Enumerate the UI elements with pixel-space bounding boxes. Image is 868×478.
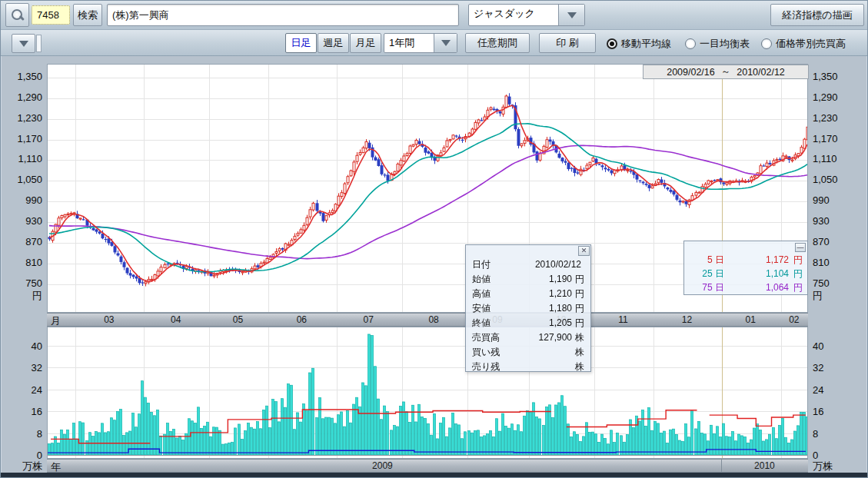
minimize-icon[interactable]: — (795, 243, 806, 252)
month-axis-bar: 月 030405060708091011120102 (47, 313, 808, 327)
toolbar-top: 7458 検索 (株)第一興商 ジャスダック 経済指標の描画 (1, 1, 868, 30)
month-tick-label: 03 (98, 314, 121, 325)
price-tick-label: 750 (813, 277, 859, 290)
price-tick-label: 870 (1, 236, 42, 248)
price-tick-label: 1,110 (1, 153, 42, 165)
price-tick-label: 1,290 (813, 91, 859, 104)
legend-label: 5 日 (689, 253, 724, 267)
radio-moving-average[interactable]: 移動平均線 (607, 37, 671, 51)
custom-period-button[interactable]: 任意期間 (465, 33, 530, 53)
date-from: 2009/02/16 (667, 67, 715, 78)
tooltip-value: 127,900 (514, 330, 572, 345)
month-tick-label: 04 (165, 314, 188, 325)
price-tick-label: 930 (1, 215, 42, 227)
volume-unit-label: 万株 (1, 460, 42, 473)
range-select[interactable]: 1年間 (384, 33, 457, 53)
tooltip-unit: 円 (572, 301, 584, 316)
market-select[interactable]: ジャスダック (468, 4, 585, 26)
search-button[interactable]: 検索 (73, 4, 102, 26)
legend-label: 25 日 (689, 267, 724, 280)
tooltip-row-low: 安値 1,180 円 (472, 301, 584, 316)
price-tick-label: 1,050 (813, 174, 859, 186)
price-tick-label: 1,350 (1, 71, 42, 83)
tab-monthly[interactable]: 月足 (350, 33, 381, 53)
radio-ichimoku[interactable]: 一目均衡表 (685, 37, 750, 51)
tooltip-value (514, 360, 572, 374)
tooltip-row-volume: 売買高 127,900 株 (472, 330, 584, 345)
tooltip-row-high: 高値 1,210 円 (472, 287, 584, 301)
radio-moving-average-label: 移動平均線 (621, 37, 671, 51)
volume-tick-label: 32 (1, 362, 42, 374)
tooltip-value: 1,205 (514, 316, 572, 330)
economic-indicator-button[interactable]: 経済指標の描画 (770, 4, 864, 26)
range-select-arrow-button[interactable] (434, 34, 457, 52)
quote-tooltip: ✕ 日付 2010/02/12 始値 1,190 円 高値 1,210 円 安値… (465, 244, 591, 372)
legend-value: 1,172 (724, 253, 789, 267)
toolbar-second: 日足 週足 月足 1年間 任意期間 印 刷 移動平均線 一目均衡表 価格帯別売買… (1, 30, 868, 56)
date-range-display: 2009/02/16 ～ 2010/02/12 (643, 65, 809, 79)
tooltip-row-date: 日付 2010/02/12 (472, 257, 584, 272)
price-tick-label: 1,170 (1, 133, 42, 145)
print-button[interactable]: 印 刷 (539, 33, 596, 53)
price-tick-label: 990 (1, 194, 42, 207)
stock-code-input[interactable]: 7458 (32, 5, 70, 25)
tooltip-unit: 円 (572, 316, 584, 330)
price-tick-label: 1,230 (813, 112, 859, 124)
tab-weekly[interactable]: 週足 (318, 33, 349, 53)
tooltip-row-open: 始値 1,190 円 (472, 272, 584, 287)
tooltip-unit (581, 257, 584, 272)
month-tick-label: 02 (783, 314, 806, 325)
price-tick-label: 1,290 (1, 91, 42, 104)
tooltip-label: 高値 (472, 287, 514, 301)
close-icon[interactable]: ✕ (578, 246, 590, 256)
chevron-down-icon (19, 41, 28, 47)
legend-row-ma5: 5 日 1,172 円 (689, 253, 803, 267)
radio-price-band[interactable]: 価格帯別売買高 (761, 37, 846, 51)
symbol-search-button[interactable] (5, 3, 29, 27)
month-tick-label: 12 (675, 314, 698, 325)
stock-name-field[interactable]: (株)第一興商 (107, 4, 459, 26)
panel-splitter-handle[interactable] (36, 35, 42, 52)
radio-unselected-icon (761, 38, 772, 49)
tooltip-label: 買い残 (472, 345, 514, 360)
tooltip-row-margin-sell: 売り残 株 (472, 360, 584, 374)
volume-chart-canvas[interactable] (48, 327, 807, 458)
volume-plot-area[interactable] (47, 327, 808, 459)
price-tick-label: 870 (813, 236, 859, 248)
tooltip-unit: 株 (572, 345, 584, 360)
market-select-arrow-button[interactable] (558, 5, 584, 25)
tooltip-value: 1,210 (514, 287, 572, 301)
month-tick-label: 11 (612, 314, 635, 325)
month-tick-label: 01 (739, 314, 762, 325)
radio-price-band-label: 価格帯別売買高 (776, 37, 846, 51)
tooltip-label: 売り残 (472, 360, 514, 374)
month-tick-label: 07 (357, 314, 380, 325)
tooltip-label: 売買高 (472, 330, 514, 345)
year-tick-label: 2009 (365, 460, 399, 471)
panel-expand-button[interactable] (12, 34, 35, 53)
tooltip-value: 2010/02/12 (514, 257, 581, 272)
chevron-down-icon (441, 40, 451, 46)
window-bottom-edge (1, 473, 868, 478)
year-boundary-divider (721, 460, 722, 472)
price-unit-label: 円 (1, 290, 42, 302)
stock-chart-app-window: 7458 検索 (株)第一興商 ジャスダック 経済指標の描画 日足 週足 月足 … (0, 0, 868, 478)
radio-selected-icon (607, 38, 617, 49)
tooltip-unit: 円 (572, 272, 584, 287)
volume-tick-label: 32 (813, 362, 859, 374)
price-tick-label: 1,110 (813, 153, 859, 165)
tooltip-value (514, 345, 572, 360)
price-tick-label: 1,050 (1, 174, 42, 186)
tooltip-label: 始値 (472, 272, 514, 287)
date-to: 2010/02/12 (737, 67, 785, 78)
tab-daily[interactable]: 日足 (285, 33, 317, 53)
legend-unit: 円 (789, 267, 803, 280)
tooltip-label: 安値 (472, 301, 514, 316)
tooltip-label: 終値 (472, 316, 514, 330)
price-tick-label: 810 (1, 257, 42, 269)
tooltip-label: 日付 (472, 257, 514, 272)
year-tick-label: 2010 (747, 460, 781, 471)
month-tick-label: 05 (227, 314, 250, 325)
legend-value: 1,064 (724, 280, 789, 294)
legend-row-ma25: 25 日 1,104 円 (689, 267, 803, 280)
